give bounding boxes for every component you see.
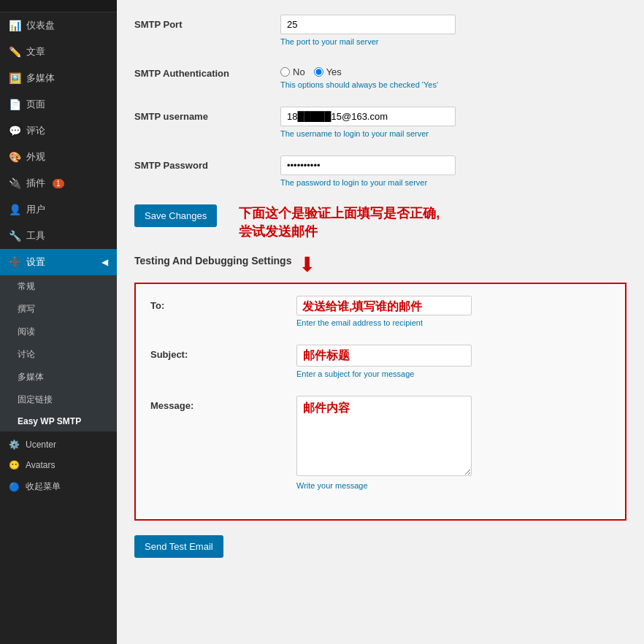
sidebar-bottom-collapse[interactable]: 🔵 收起菜单 bbox=[0, 475, 117, 498]
sidebar-sub-discuss[interactable]: 讨论 bbox=[0, 343, 117, 366]
smtp-auth-label: SMTP Authentication bbox=[134, 64, 280, 79]
sidebar-item-settings[interactable]: ➕ 设置 ◀ bbox=[0, 249, 117, 275]
sidebar-item-posts[interactable]: ✏️ 文章 bbox=[0, 39, 117, 65]
sidebar-item-label: 仪表盘 bbox=[26, 19, 55, 32]
to-label: To: bbox=[150, 296, 296, 311]
tools-icon: 🔧 bbox=[9, 230, 20, 242]
sidebar-bottom-avatars[interactable]: 😶 Avatars bbox=[0, 455, 117, 475]
posts-icon: ✏️ bbox=[9, 46, 20, 58]
sidebar-item-media[interactable]: 🖼️ 多媒体 bbox=[0, 65, 117, 91]
sidebar-top bbox=[0, 0, 117, 12]
collapse-label: 收起菜单 bbox=[26, 480, 61, 493]
avatars-icon: 😶 bbox=[9, 460, 20, 470]
plugins-icon: 🔌 bbox=[9, 177, 20, 189]
subject-input[interactable] bbox=[296, 345, 472, 367]
smtp-password-hint: The password to login to your mail serve… bbox=[280, 178, 626, 187]
sidebar-item-appearance[interactable]: 🎨 外观 bbox=[0, 144, 117, 170]
smtp-auth-value: No Yes This options should always be che… bbox=[280, 64, 626, 89]
message-row: Message: Write your message bbox=[150, 396, 610, 494]
settings-arrow: ◀ bbox=[101, 257, 108, 267]
sidebar-item-pages[interactable]: 📄 页面 bbox=[0, 91, 117, 118]
smtp-port-hint: The port to your mail server bbox=[280, 37, 626, 46]
sidebar-item-label: 文章 bbox=[26, 45, 45, 58]
sidebar-item-label: 页面 bbox=[26, 98, 45, 111]
message-value: Write your message bbox=[296, 396, 610, 490]
smtp-auth-yes-label[interactable]: Yes bbox=[314, 66, 342, 77]
sidebar-bottom: ⚙️ Ucenter 😶 Avatars 🔵 收起菜单 bbox=[0, 434, 117, 498]
sidebar-item-dashboard[interactable]: 📊 仪表盘 bbox=[0, 12, 117, 39]
smtp-password-row: SMTP Password The password to login to y… bbox=[134, 156, 626, 191]
smtp-password-label: SMTP Password bbox=[134, 156, 280, 171]
sidebar-sub-easywpsmtp[interactable]: Easy WP SMTP bbox=[0, 411, 117, 432]
to-row: To: 发送给谁,填写谁的邮件 Enter the email address … bbox=[150, 296, 610, 331]
sidebar-item-label: 外观 bbox=[26, 150, 45, 164]
smtp-auth-yes-radio[interactable] bbox=[314, 67, 323, 77]
to-input-wrapper: 发送给谁,填写谁的邮件 bbox=[296, 296, 472, 315]
smtp-auth-no-label[interactable]: No bbox=[280, 66, 305, 77]
testing-box: To: 发送给谁,填写谁的邮件 Enter the email address … bbox=[134, 283, 626, 521]
sidebar-item-tools[interactable]: 🔧 工具 bbox=[0, 223, 117, 249]
save-changes-button[interactable]: Save Changes bbox=[134, 204, 217, 227]
smtp-password-input[interactable] bbox=[280, 156, 456, 175]
to-value: 发送给谁,填写谁的邮件 Enter the email address to r… bbox=[296, 296, 610, 327]
smtp-username-value: The username to login to your mail serve… bbox=[280, 107, 626, 138]
sidebar-item-comments[interactable]: 💬 评论 bbox=[0, 118, 117, 144]
collapse-icon: 🔵 bbox=[9, 482, 20, 492]
smtp-auth-row: SMTP Authentication No Yes This options … bbox=[134, 64, 626, 93]
sidebar-item-plugins[interactable]: 🔌 插件 1 bbox=[0, 170, 117, 196]
sidebar-bottom-ucenter[interactable]: ⚙️ Ucenter bbox=[0, 434, 117, 455]
to-input[interactable] bbox=[296, 296, 472, 315]
sidebar-submenu: 常规 撰写 阅读 讨论 多媒体 固定链接 Easy WP SMTP bbox=[0, 275, 117, 432]
smtp-port-input[interactable] bbox=[280, 15, 456, 34]
sidebar-sub-write[interactable]: 撰写 bbox=[0, 298, 117, 321]
message-hint: Write your message bbox=[296, 481, 610, 490]
sidebar-item-label: 用户 bbox=[26, 203, 45, 216]
pages-icon: 📄 bbox=[9, 99, 20, 110]
smtp-username-label: SMTP username bbox=[134, 107, 280, 122]
testing-heading-row: Testing And Debugging Settings ⬇ bbox=[134, 253, 626, 277]
sidebar-item-label: 多媒体 bbox=[26, 72, 55, 85]
testing-heading: Testing And Debugging Settings bbox=[134, 255, 291, 267]
annotation-line1: 下面这个是验证上面填写是否正确, bbox=[239, 204, 440, 223]
sidebar-sub-media[interactable]: 多媒体 bbox=[0, 366, 117, 388]
message-textarea[interactable] bbox=[296, 396, 472, 476]
avatars-label: Avatars bbox=[26, 460, 55, 470]
smtp-username-hint: The username to login to your mail serve… bbox=[280, 129, 626, 138]
to-hint: Enter the email address to recipient bbox=[296, 318, 610, 327]
sidebar-sub-permalink[interactable]: 固定链接 bbox=[0, 388, 117, 411]
smtp-port-row: SMTP Port The port to your mail server bbox=[134, 15, 626, 50]
sidebar-item-label: 评论 bbox=[26, 124, 45, 137]
smtp-username-input[interactable] bbox=[280, 107, 456, 126]
media-icon: 🖼️ bbox=[9, 72, 20, 84]
sidebar-sub-read[interactable]: 阅读 bbox=[0, 321, 117, 343]
smtp-password-value: The password to login to your mail serve… bbox=[280, 156, 626, 187]
sidebar-item-label: 插件 bbox=[26, 177, 45, 190]
smtp-port-value: The port to your mail server bbox=[280, 15, 626, 46]
message-label: Message: bbox=[150, 396, 296, 411]
sidebar-item-label: 工具 bbox=[26, 229, 45, 242]
smtp-auth-no-text: No bbox=[293, 66, 305, 77]
save-annotation-row: Save Changes 下面这个是验证上面填写是否正确, 尝试发送邮件 bbox=[134, 204, 626, 241]
dashboard-icon: 📊 bbox=[9, 20, 20, 31]
smtp-auth-yes-text: Yes bbox=[326, 66, 342, 77]
subject-label: Subject: bbox=[150, 345, 296, 360]
appearance-icon: 🎨 bbox=[9, 151, 20, 163]
ucenter-label: Ucenter bbox=[26, 440, 56, 450]
sidebar-item-label: 设置 bbox=[26, 256, 45, 269]
ucenter-icon: ⚙️ bbox=[9, 440, 20, 450]
subject-value: Enter a subject for your message bbox=[296, 345, 610, 378]
main-content: SMTP Port The port to your mail server S… bbox=[117, 0, 644, 644]
sidebar: 📊 仪表盘 ✏️ 文章 🖼️ 多媒体 📄 页面 💬 评论 🎨 外观 🔌 插件 1… bbox=[0, 0, 117, 644]
subject-row: Subject: Enter a subject for your messag… bbox=[150, 345, 610, 383]
subject-hint: Enter a subject for your message bbox=[296, 369, 610, 378]
smtp-auth-radio-group: No Yes bbox=[280, 64, 626, 77]
smtp-auth-no-radio[interactable] bbox=[280, 67, 290, 77]
users-icon: 👤 bbox=[9, 204, 20, 215]
sidebar-sub-general[interactable]: 常规 bbox=[0, 275, 117, 298]
sidebar-item-users[interactable]: 👤 用户 bbox=[0, 196, 117, 223]
settings-icon: ➕ bbox=[9, 256, 20, 268]
plugins-badge: 1 bbox=[53, 179, 64, 188]
arrow-down-icon: ⬇ bbox=[299, 253, 315, 277]
send-test-email-button[interactable]: Send Test Email bbox=[134, 535, 223, 558]
comments-icon: 💬 bbox=[9, 125, 20, 137]
